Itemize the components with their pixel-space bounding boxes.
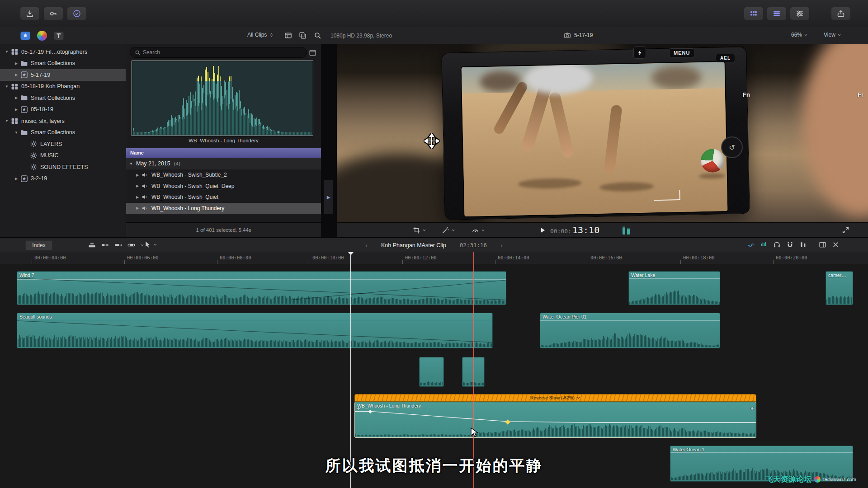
video-viewer[interactable]: MENU AEL Fn Fr ↺ <box>337 44 868 222</box>
titles-icon[interactable] <box>53 30 64 41</box>
zoom-popup[interactable]: 66% <box>791 32 808 38</box>
sidebar-item[interactable]: ▼Smart Collections <box>0 127 126 139</box>
browser-grid-view-button[interactable] <box>744 7 764 20</box>
camera-screen <box>461 61 729 217</box>
group-clips-icon[interactable] <box>299 32 307 39</box>
index-button[interactable]: Index <box>25 240 52 250</box>
fcpx-window: All Clips 1080p HD 23.98p, Stereo 5-17-1… <box>0 0 868 488</box>
panel-divider[interactable]: ▶ <box>321 44 337 237</box>
previous-item-arrow[interactable]: ‹ <box>365 241 368 249</box>
calendar-icon[interactable] <box>309 49 316 56</box>
timeline-appearance-icon[interactable] <box>819 241 826 249</box>
solo-icon[interactable] <box>773 241 781 249</box>
disclosure-icon[interactable]: ▶ <box>13 61 19 66</box>
keyword-editor-button[interactable] <box>43 7 63 20</box>
date-group-row[interactable]: ▼ May 21, 2015 (4) <box>126 158 321 169</box>
next-item-arrow[interactable]: › <box>500 241 503 249</box>
sidebar-item[interactable]: ▼05-18-19 Koh Phangan <box>0 81 126 93</box>
inspector-button[interactable] <box>790 7 810 20</box>
append-edit-icon[interactable] <box>114 241 123 249</box>
background-tasks-button[interactable] <box>67 7 87 20</box>
sidebar-item[interactable]: ▼music, sfx, layers <box>0 115 126 127</box>
timeline-clip-water-lake[interactable]: Water Lake <box>628 271 720 305</box>
disclosure-icon[interactable]: ▼ <box>4 84 10 89</box>
retime-menu[interactable] <box>472 226 485 234</box>
clip-appearance-icon[interactable] <box>284 32 292 39</box>
timeline-clip-water-ocean-pier-01[interactable]: Water Ocean Pier 01 <box>540 313 720 348</box>
search-icon[interactable] <box>314 32 321 39</box>
clip-list-row[interactable]: ▶WB_Whoosh - Swish_Quiet <box>126 192 321 203</box>
disclosure-icon[interactable]: ▶ <box>134 206 141 210</box>
volume-line[interactable] <box>670 452 853 453</box>
view-popup[interactable]: View <box>824 32 841 38</box>
timeline-clip-wb-whoosh-long-thundery[interactable]: WB_Whoosh - Long Thundery <box>354 402 756 438</box>
clip-list-row[interactable]: ▶WB_Whoosh - Long Thundery <box>126 203 321 214</box>
audio-meters[interactable] <box>623 226 630 235</box>
sidebar-item[interactable]: LAYERS <box>0 138 126 150</box>
share-button[interactable] <box>831 7 851 20</box>
disclosure-icon[interactable]: ▶ <box>134 195 141 199</box>
sidebar-item[interactable]: ▶3-2-19 <box>0 173 126 185</box>
timeline-clip-camera-clip[interactable]: camer… <box>826 271 853 305</box>
timeline-clip-small-clip-1[interactable] <box>419 357 444 387</box>
chevron-down-icon <box>481 228 485 232</box>
play-button[interactable] <box>539 227 546 234</box>
skimming-icon[interactable] <box>747 241 755 249</box>
camera-ael-button: AEL <box>716 54 735 62</box>
playhead-marker[interactable] <box>348 252 354 255</box>
clip-list: ▶WB_Whoosh - Swish_Subtle_2▶WB_Whoosh - … <box>126 169 321 214</box>
sidebar-item[interactable]: ▶05-18-19 <box>0 104 126 116</box>
volume-line[interactable] <box>540 320 720 321</box>
clip-filter-popup[interactable]: All Clips <box>247 32 274 38</box>
audio-preview[interactable] <box>132 61 313 136</box>
disclosure-icon[interactable]: ▶ <box>13 96 19 100</box>
sidebar-item[interactable]: ▼05-17-19 Fil…otographers <box>0 46 126 58</box>
fade-handle[interactable] <box>357 407 360 410</box>
crop-menu[interactable] <box>413 226 426 234</box>
sidebar-item[interactable]: MUSIC <box>0 150 126 162</box>
timeline-clip-wind-7[interactable]: Wind 7 <box>17 271 506 305</box>
collapse-browser-tab[interactable]: ▶ <box>324 180 333 214</box>
volume-line[interactable] <box>629 278 720 279</box>
fade-handle[interactable] <box>750 407 754 410</box>
clip-list-row[interactable]: ▶WB_Whoosh - Swish_Quiet_Deep <box>126 181 321 192</box>
audio-skimming-icon[interactable] <box>760 241 768 249</box>
clip-list-row[interactable]: ▶WB_Whoosh - Swish_Subtle_2 <box>126 169 321 181</box>
overwrite-edit-icon[interactable] <box>127 241 136 249</box>
search-input[interactable]: Search <box>130 47 307 58</box>
media-star-icon[interactable] <box>20 30 31 41</box>
close-timeline-icon[interactable] <box>832 241 840 249</box>
enhancements-menu[interactable] <box>442 226 455 234</box>
photos-audio-icon[interactable] <box>37 31 47 41</box>
disclosure-icon[interactable]: ▶ <box>13 177 19 181</box>
disclosure-icon[interactable]: ▼ <box>13 131 19 135</box>
disclosure-icon[interactable]: ▶ <box>134 184 141 188</box>
sidebar-item[interactable]: ▶5-17-19 <box>0 69 126 81</box>
disclosure-icon[interactable]: ▼ <box>4 119 10 123</box>
insert-edit-icon[interactable] <box>101 241 109 249</box>
playhead[interactable] <box>350 252 351 488</box>
sidebar-item[interactable]: ▶Smart Collections <box>0 58 126 70</box>
disclosure-icon[interactable]: ▼ <box>4 50 10 54</box>
sidebar-item[interactable]: SOUND EFFECTS <box>0 161 126 173</box>
chevron-down-icon <box>576 396 580 400</box>
clip-name: Seagull sounds <box>19 314 52 319</box>
disclosure-icon[interactable]: ▶ <box>13 108 19 112</box>
timeline-tracks[interactable]: Wind 7Water Lakecamer…Seagull soundsWate… <box>0 264 868 488</box>
tool-popup[interactable] <box>144 241 157 249</box>
audio-meters-icon[interactable] <box>799 241 807 249</box>
disclosure-icon[interactable]: ▶ <box>13 73 19 77</box>
snapping-icon[interactable] <box>786 241 794 249</box>
import-media-button[interactable] <box>20 7 40 20</box>
flash-button <box>633 46 646 59</box>
sidebar-item[interactable]: ▶Smart Collections <box>0 92 126 104</box>
browser-list-view-button[interactable] <box>767 7 787 20</box>
disclosure-icon[interactable]: ▼ <box>126 162 136 166</box>
retime-bar[interactable]: Reverse Slow (-62%) <box>354 394 756 402</box>
timeline-ruler[interactable]: 00:00:04:0000:00:06:0000:00:08:0000:00:1… <box>0 252 868 264</box>
connect-edit-icon[interactable] <box>88 241 96 249</box>
name-column-header[interactable]: Name <box>126 148 321 158</box>
fullscreen-icon[interactable] <box>842 226 849 234</box>
timeline-clip-seagull-sounds[interactable]: Seagull sounds <box>17 313 493 348</box>
disclosure-icon[interactable]: ▶ <box>134 173 141 177</box>
